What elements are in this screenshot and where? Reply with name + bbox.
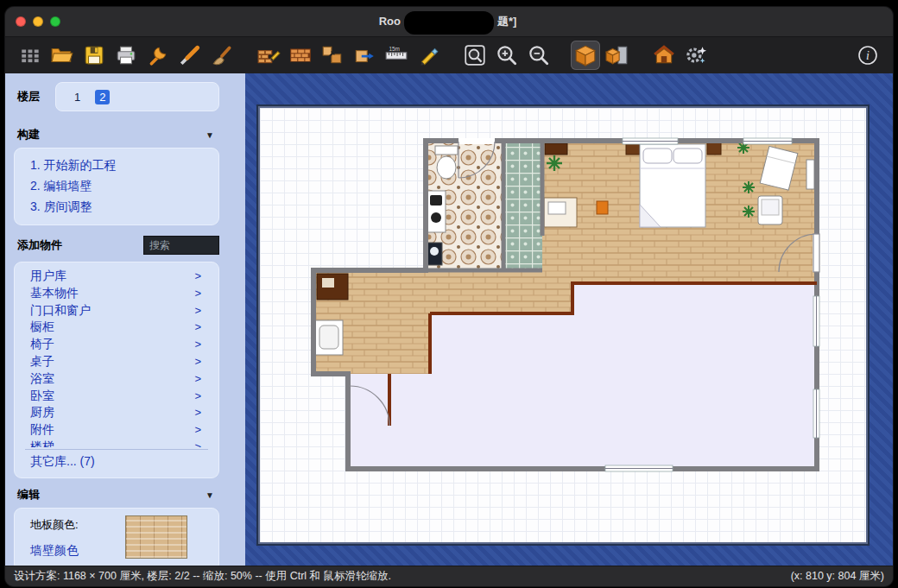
print-icon bbox=[115, 44, 137, 66]
paint-brush-icon bbox=[210, 43, 234, 67]
floor-row: 楼层 12 bbox=[5, 82, 245, 111]
traffic-lights bbox=[16, 7, 60, 36]
save-button[interactable] bbox=[79, 41, 109, 70]
build-step-3[interactable]: 3. 房间调整 bbox=[15, 197, 218, 218]
zoom-in-button[interactable] bbox=[492, 41, 522, 70]
build-steps: 1. 开始新的工程2. 编辑墙壁3. 房间调整 bbox=[14, 148, 219, 225]
other-libraries-item[interactable]: 其它库... (7) bbox=[15, 452, 218, 474]
zoom-in-icon bbox=[495, 43, 519, 67]
chevron-right-icon: > bbox=[194, 336, 201, 353]
category-label: 橱柜 bbox=[30, 319, 54, 336]
draw-pencil-button[interactable] bbox=[414, 41, 443, 70]
paint-brush-button[interactable] bbox=[207, 41, 237, 70]
category-item[interactable]: 厨房> bbox=[15, 404, 218, 421]
drawing-sheet[interactable] bbox=[258, 106, 868, 544]
window-title-right: 题*] bbox=[497, 7, 516, 36]
search-input[interactable] bbox=[143, 236, 219, 255]
zoom-region-icon bbox=[463, 43, 487, 67]
info-button[interactable]: i bbox=[853, 41, 882, 70]
category-label: 用户库 bbox=[30, 268, 66, 285]
draw-walls-icon bbox=[256, 43, 281, 67]
chevron-right-icon: > bbox=[194, 353, 201, 370]
category-label: 椅子 bbox=[30, 336, 54, 353]
wall-type-icon bbox=[288, 43, 313, 67]
close-button[interactable] bbox=[16, 16, 26, 27]
chevron-right-icon: > bbox=[194, 319, 201, 336]
chevron-right-icon: > bbox=[194, 268, 201, 285]
category-item[interactable]: 桌子> bbox=[15, 353, 218, 370]
wall-type-button[interactable] bbox=[286, 41, 315, 70]
build-step-2[interactable]: 2. 编辑墙壁 bbox=[15, 176, 218, 197]
other-libraries-label: 其它库... (7) bbox=[30, 454, 95, 468]
open-folder-icon bbox=[50, 43, 74, 67]
zoom-out-icon bbox=[527, 43, 551, 67]
floor-tab-2[interactable]: 2 bbox=[95, 90, 110, 104]
add-objects-label: 添加物件 bbox=[17, 237, 62, 253]
object-categories-panel: 用户库>基本物件>门口和窗户>橱柜>椅子>桌子>浴室>卧室>厨房>附件>楼梯> … bbox=[14, 262, 219, 478]
build-section-header[interactable]: 构建 ▼ bbox=[5, 122, 245, 148]
add-object-button[interactable] bbox=[350, 41, 379, 70]
zoom-region-button[interactable] bbox=[460, 41, 490, 70]
category-item[interactable]: 橱柜> bbox=[15, 319, 218, 336]
zoom-out-button[interactable] bbox=[524, 41, 553, 70]
app-window: Roo 题*] 15m i 楼层 12 构建 ▼ 1. 开始新的工程2. 编辑墙… bbox=[5, 7, 893, 586]
toolbar-groups: 15m bbox=[16, 41, 728, 70]
svg-text:15m: 15m bbox=[389, 46, 400, 52]
collapse-triangle-icon: ▼ bbox=[206, 490, 214, 500]
titlebar: Roo 题*] bbox=[5, 7, 893, 37]
measure-ruler-button[interactable]: 15m bbox=[382, 41, 411, 70]
library-grid-button[interactable] bbox=[16, 41, 45, 70]
maximize-button[interactable] bbox=[50, 16, 60, 27]
view-3d-icon bbox=[573, 43, 598, 67]
category-item[interactable]: 卧室> bbox=[15, 388, 218, 405]
edit-header-label: 编辑 bbox=[17, 487, 40, 503]
toolbar: 15m i bbox=[5, 37, 893, 73]
objects-3d-icon bbox=[605, 43, 629, 67]
move-object-button[interactable] bbox=[318, 41, 347, 70]
canvas-area[interactable] bbox=[245, 73, 893, 566]
view-3d-button[interactable] bbox=[571, 41, 600, 70]
add-objects-row: 添加物件 bbox=[5, 229, 245, 262]
edit-section-header[interactable]: 编辑 ▼ bbox=[5, 482, 245, 508]
chevron-right-icon: > bbox=[194, 404, 201, 421]
category-item[interactable]: 楼梯> bbox=[15, 439, 218, 447]
design-settings-button[interactable] bbox=[681, 41, 711, 70]
build-step-1[interactable]: 1. 开始新的工程 bbox=[15, 155, 218, 176]
objects-3d-button[interactable] bbox=[603, 41, 632, 70]
draw-walls-button[interactable] bbox=[254, 41, 283, 70]
chevron-right-icon: > bbox=[194, 370, 201, 388]
walls-3d-button[interactable] bbox=[649, 41, 679, 70]
floor-color-swatch[interactable] bbox=[125, 515, 187, 559]
camera-notch bbox=[404, 11, 494, 35]
chevron-right-icon: > bbox=[194, 439, 201, 447]
collapse-triangle-icon: ▼ bbox=[206, 130, 214, 140]
floor-plan[interactable] bbox=[260, 108, 866, 542]
wall-color-link[interactable]: 墙壁颜色 bbox=[15, 543, 218, 559]
minimize-button[interactable] bbox=[33, 16, 43, 27]
library-grid-icon bbox=[19, 44, 41, 66]
category-label: 厨房 bbox=[30, 404, 54, 421]
open-folder-button[interactable] bbox=[47, 41, 77, 70]
floor-label: 楼层 bbox=[5, 89, 55, 104]
category-item[interactable]: 用户库> bbox=[15, 268, 218, 285]
sidebar: 楼层 12 构建 ▼ 1. 开始新的工程2. 编辑墙壁3. 房间调整 添加物件 … bbox=[5, 73, 245, 566]
category-item[interactable]: 门口和窗户> bbox=[15, 302, 218, 319]
category-label: 卧室 bbox=[30, 388, 54, 405]
print-button[interactable] bbox=[111, 41, 141, 70]
tools-wrench-button[interactable] bbox=[143, 41, 173, 70]
category-item[interactable]: 椅子> bbox=[15, 336, 218, 353]
chisel-tool-button[interactable] bbox=[175, 41, 205, 70]
category-item[interactable]: 附件> bbox=[15, 421, 218, 439]
category-label: 附件 bbox=[30, 421, 54, 439]
add-object-icon bbox=[352, 43, 376, 67]
build-header-label: 构建 bbox=[17, 127, 40, 142]
edit-panel: 地板颜色: 墙壁颜色 bbox=[14, 508, 219, 566]
floor-color-label: 地板颜色: bbox=[15, 517, 218, 533]
svg-text:i: i bbox=[866, 49, 870, 62]
category-label: 门口和窗户 bbox=[30, 302, 91, 319]
category-item[interactable]: 基本物件> bbox=[15, 285, 218, 302]
floor-tab-1[interactable]: 1 bbox=[70, 90, 85, 104]
save-icon bbox=[83, 44, 105, 66]
tools-wrench-icon bbox=[147, 44, 169, 66]
category-item[interactable]: 浴室> bbox=[15, 370, 218, 388]
